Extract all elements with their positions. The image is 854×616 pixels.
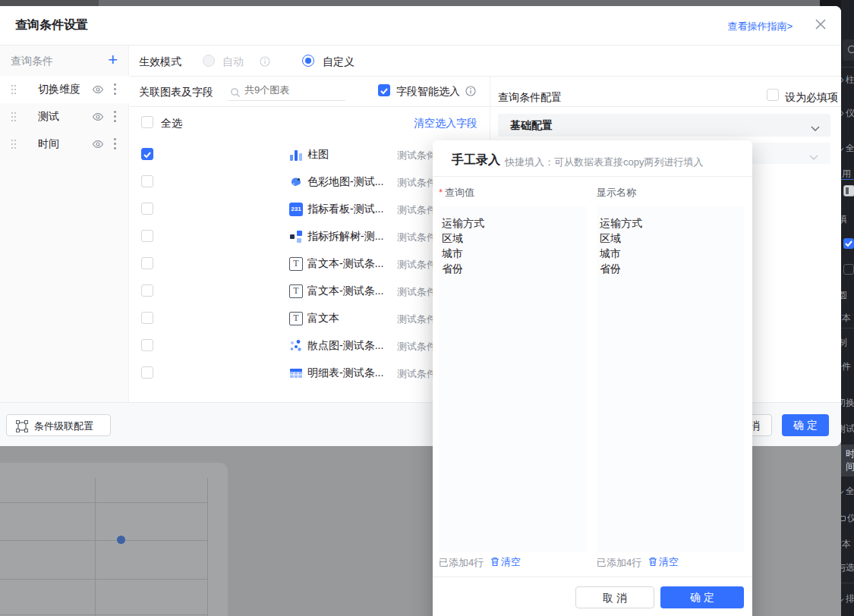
divider	[841, 583, 854, 583]
clear-names-link[interactable]: 清空	[648, 555, 679, 569]
rich-text-icon: T	[289, 257, 303, 271]
dialog-confirm-button[interactable]: 确 定	[660, 586, 744, 608]
chevron-right-icon	[841, 111, 843, 117]
panel-fragment: 文本	[841, 539, 851, 549]
chart-name: 富文本-测试条...	[307, 284, 392, 298]
added-rows-text: 已添加4行	[597, 556, 641, 570]
gridline	[0, 614, 207, 615]
chevron-down-icon	[811, 121, 820, 135]
drag-handle-icon[interactable]	[11, 140, 13, 141]
eye-icon[interactable]	[92, 111, 104, 126]
panel-fragment: 柱	[841, 74, 854, 85]
close-icon[interactable]	[814, 17, 829, 33]
sidebar-item-label: 时间	[38, 137, 59, 151]
dialog-subtitle: 快捷填入：可从数据表直接copy两列进行填入	[505, 156, 703, 169]
panel-chip-selected[interactable]: 时间	[841, 445, 854, 476]
display-name-textarea[interactable]: 运输方式 区域 城市 省份	[597, 206, 744, 552]
checkbox-checked[interactable]	[843, 238, 854, 249]
monitor-icon	[841, 516, 846, 521]
panel-icon[interactable]	[843, 185, 854, 196]
chart-name: 富文本	[307, 312, 392, 325]
search-icon	[846, 44, 854, 56]
color-map-icon	[289, 175, 303, 189]
required-label: 设为必填项	[785, 91, 838, 105]
panel-fragment: 制	[841, 337, 847, 347]
search-icon	[230, 87, 241, 101]
sidebar-item-test[interactable]: 测试	[0, 103, 129, 130]
sidebar-item-switch-dimension[interactable]: 切换维度	[0, 76, 129, 103]
required-checkbox[interactable]	[767, 89, 779, 101]
eye-icon[interactable]	[92, 138, 104, 153]
kpi-board-icon: 231	[289, 203, 303, 216]
config-panel-title: 查询条件配置	[498, 91, 562, 105]
auto-radio[interactable]	[203, 55, 215, 67]
custom-radio[interactable]	[302, 55, 314, 67]
dialog-cancel-button[interactable]: 取 消	[575, 586, 654, 608]
chart-name: 柱图	[307, 148, 392, 162]
chart-name: 指标看板-测试...	[307, 203, 392, 216]
panel-fragment: 条件	[841, 361, 851, 372]
more-menu-icon[interactable]	[114, 83, 116, 86]
panel-fragment: 通用	[841, 168, 851, 179]
panel-fragment: 测试	[841, 423, 854, 434]
row-checkbox[interactable]	[141, 257, 153, 269]
drag-handle-icon[interactable]	[11, 85, 13, 86]
more-menu-icon[interactable]	[114, 111, 116, 113]
bar-chart-icon	[289, 148, 303, 162]
smart-select-label: 字段智能选入	[396, 85, 460, 99]
row-checkbox[interactable]	[141, 339, 153, 351]
background-topbar	[0, 0, 854, 6]
chart-name: 明细表-测试条...	[307, 366, 392, 380]
eye-icon[interactable]	[92, 83, 104, 99]
chart-name: 散点图-测试条...	[307, 339, 392, 353]
add-condition-button[interactable]: +	[108, 50, 118, 70]
clear-values-link[interactable]: 清空	[490, 555, 521, 569]
gridline	[207, 478, 208, 616]
modal-confirm-button[interactable]: 确 定	[782, 414, 829, 436]
checkbox-unchecked[interactable]	[843, 264, 854, 275]
sidebar-item-time[interactable]: 时间	[0, 130, 129, 158]
base-config-section[interactable]: 基础配置	[498, 114, 830, 137]
sidebar-item-label: 切换维度	[38, 83, 80, 96]
info-icon[interactable]	[260, 56, 270, 70]
more-menu-icon[interactable]	[114, 138, 116, 140]
active-tab-underline	[841, 179, 854, 180]
chart-name: 色彩地图-测试...	[307, 175, 392, 189]
panel-fragment: 仪	[841, 108, 854, 118]
gridline	[0, 579, 207, 580]
tree-icon	[289, 230, 303, 244]
modal-title: 查询条件设置	[15, 17, 88, 33]
cascade-config-button[interactable]: 条件级联配置	[6, 414, 111, 436]
divider	[433, 176, 752, 177]
row-checkbox[interactable]	[141, 312, 153, 324]
divider	[841, 473, 854, 474]
row-checkbox[interactable]	[141, 203, 153, 215]
guide-link[interactable]: 查看操作指南>	[727, 20, 793, 33]
drag-handle-icon[interactable]	[11, 112, 13, 114]
row-checkbox[interactable]	[141, 366, 153, 379]
info-icon[interactable]	[465, 86, 476, 99]
select-all-checkbox[interactable]	[141, 116, 153, 128]
row-checkbox[interactable]	[141, 230, 153, 242]
divider	[433, 577, 752, 577]
table-icon	[289, 366, 303, 380]
value-column-label: *查询值	[439, 186, 474, 200]
panel-fragment: 与选	[841, 562, 854, 573]
row-checkbox[interactable]	[141, 284, 153, 297]
clear-selected-fields-link[interactable]: 清空选入字段	[414, 117, 477, 130]
chevron-down-icon	[809, 150, 818, 164]
sidebar-header: 查询条件 +	[0, 46, 128, 76]
modal-header: 查询条件设置 查看操作指南>	[0, 6, 841, 46]
chart-search-input[interactable]	[244, 84, 343, 96]
search-box[interactable]	[843, 39, 854, 61]
row-checkbox[interactable]	[141, 148, 153, 160]
background-chart-card	[0, 463, 228, 616]
smart-select-checkbox[interactable]	[378, 84, 390, 96]
cascade-button-label: 条件级联配置	[34, 420, 93, 433]
chevron-down-icon	[841, 489, 843, 495]
select-all-label: 全选	[161, 117, 182, 130]
row-checkbox[interactable]	[141, 175, 153, 187]
panel-fragment: 文本	[841, 313, 851, 323]
search-underline	[228, 100, 345, 101]
query-value-textarea[interactable]: 运输方式 区域 城市 省份	[439, 206, 586, 552]
